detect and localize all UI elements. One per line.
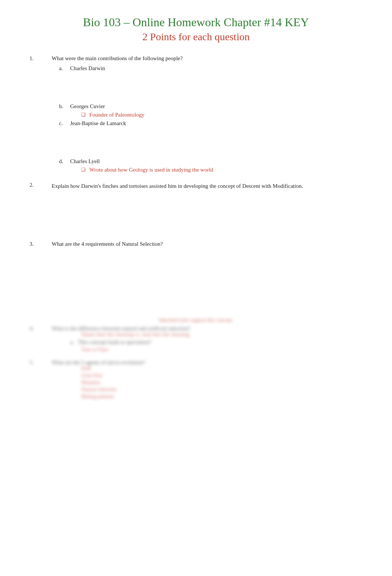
sub-label-b: b. <box>59 103 70 110</box>
answer-d: ❑ Wrote about how Geology is used in stu… <box>81 167 362 173</box>
sub-label-d: d. <box>59 158 70 165</box>
spacer-after-c <box>59 129 362 158</box>
page-subtitle: 2 Points for each question <box>30 30 362 44</box>
spacer-q3b <box>52 280 362 310</box>
page-header: Bio 103 – Online Homework Chapter #14 KE… <box>30 15 362 44</box>
answer-text-b: Founder of Paleontology <box>89 112 144 118</box>
question-3-text: What are the 4 requirements of Natural S… <box>52 241 362 247</box>
sub-item-d: d. Charles Lyell <box>59 158 362 165</box>
blurred-q5-item-1: Drift <box>81 366 362 372</box>
sub-list-1: a. Charles Darwin b. Georges Cuvier ❑ Fo… <box>59 65 362 173</box>
blurred-q4-sub-text: This concept leads to speciation? <box>78 339 151 345</box>
sub-text-d: Charles Lyell <box>70 158 100 165</box>
sub-label-a: a. <box>59 65 70 72</box>
blurred-answer-1: Inherited traits support this concept. <box>30 317 362 323</box>
question-2-number: 2. <box>30 182 52 235</box>
blurred-q5-item-3: Mutation <box>81 380 362 386</box>
blurred-q4-content: What is the difference between natural a… <box>52 325 362 354</box>
question-1-number: 1. <box>30 55 52 175</box>
sub-text-b: Georges Cuvier <box>70 103 105 110</box>
blurred-q4-text: What is the difference between natural a… <box>52 325 362 332</box>
sub-text-c: Jean-Baptise de Lamarck <box>70 120 126 127</box>
sub-item-c: c. Jean-Baptise de Lamarck <box>59 120 362 127</box>
question-2: 2. Explain how Darwin's finches and tort… <box>30 182 362 235</box>
blurred-q5-item-2: Gene flow <box>81 373 362 379</box>
question-3-content: What are the 4 requirements of Natural S… <box>52 241 362 310</box>
blurred-q5-content: What are the 5 agents of micro-evolution… <box>52 359 362 401</box>
bullet-icon-d: ❑ <box>81 167 86 173</box>
question-2-content: Explain how Darwin's finches and tortois… <box>52 182 362 235</box>
sub-text-a: Charles Darwin <box>70 65 105 72</box>
blurred-q4-answer: Nature does the choosing vs. man does th… <box>81 332 362 338</box>
sub-label-c: c. <box>59 120 70 127</box>
page-title: Bio 103 – Online Homework Chapter #14 KE… <box>30 15 362 30</box>
question-3-number: 3. <box>30 241 52 310</box>
blurred-q5-item-5: Mating patterns <box>81 394 362 400</box>
question-2-text: Explain how Darwin's finches and tortois… <box>52 182 362 190</box>
sub-item-a: a. Charles Darwin <box>59 65 362 72</box>
bullet-icon-b: ❑ <box>81 112 86 118</box>
spacer-q2 <box>52 190 362 220</box>
blurred-q4-sub-label: a. <box>70 339 74 345</box>
question-1: 1. What were the main contributions of t… <box>30 55 362 175</box>
sub-item-b: b. Georges Cuvier <box>59 103 362 110</box>
question-3: 3. What are the 4 requirements of Natura… <box>30 241 362 310</box>
question-1-text: What were the main contributions of the … <box>52 55 362 62</box>
blurred-q4-sub: a. This concept leads to speciation? <box>70 339 362 345</box>
blurred-q4-number: 4. <box>30 325 52 354</box>
blurred-q5-text: What are the 5 agents of micro-evolution… <box>52 359 362 366</box>
question-1-content: What were the main contributions of the … <box>52 55 362 175</box>
questions-section: 1. What were the main contributions of t… <box>30 55 362 401</box>
blurred-section: Inherited traits support this concept. 4… <box>30 317 362 401</box>
blurred-q4-sub-answer: True or False <box>81 347 362 353</box>
blurred-q5-item-4: Natural selection <box>81 387 362 393</box>
spacer-q3 <box>52 251 362 280</box>
spacer-q2b <box>52 220 362 234</box>
spacer-after-a <box>59 74 362 103</box>
blurred-q5: 5. What are the 5 agents of micro-evolut… <box>30 359 362 401</box>
answer-text-d: Wrote about how Geology is used in study… <box>89 167 213 173</box>
blurred-q4: 4. What is the difference between natura… <box>30 325 362 354</box>
blurred-q5-number: 5. <box>30 359 52 401</box>
answer-b: ❑ Founder of Paleontology <box>81 112 362 118</box>
